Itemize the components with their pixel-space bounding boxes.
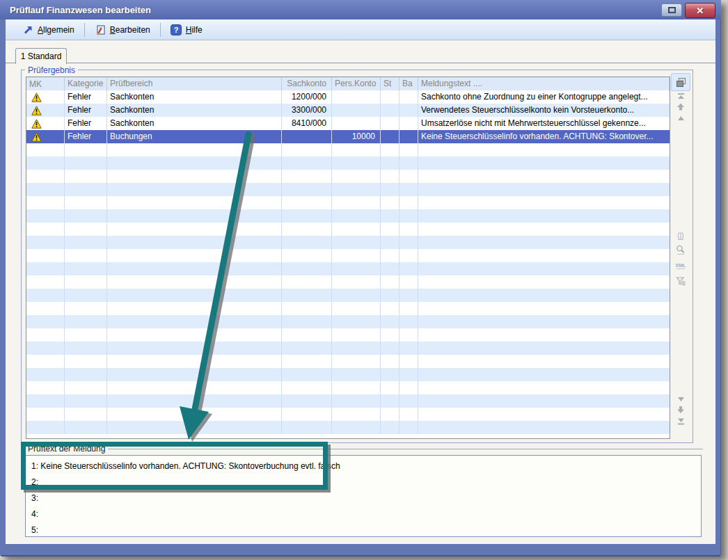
- column-header-ba[interactable]: Ba: [399, 77, 418, 90]
- table-row-empty[interactable]: [26, 342, 670, 355]
- column-header-mk[interactable]: MK: [26, 77, 65, 90]
- cell-meldungstext: Verwendetes Steuerschlüsselkonto kein Vo…: [418, 104, 670, 117]
- table-row-empty[interactable]: [26, 143, 670, 157]
- cell-mk: [26, 355, 65, 368]
- cell-mk: [26, 143, 65, 157]
- table-row-empty[interactable]: [26, 236, 670, 249]
- edit-page-icon: [95, 24, 106, 35]
- toolbar-item-allgemein[interactable]: Allgemein: [17, 22, 80, 38]
- column-header-pruefbereich[interactable]: Prüfbereich: [107, 77, 282, 90]
- cell-ba: [399, 262, 418, 275]
- close-button[interactable]: ✕: [685, 3, 715, 18]
- table-row-empty[interactable]: [26, 289, 670, 302]
- table-row-empty[interactable]: [26, 394, 670, 408]
- tab-standard[interactable]: 1 Standard: [15, 48, 67, 64]
- table-row-empty[interactable]: [26, 328, 670, 342]
- cell-pers_konto: [332, 315, 381, 328]
- column-header-kategorie[interactable]: Kategorie: [65, 77, 107, 90]
- restore-button[interactable]: [661, 3, 682, 17]
- close-icon: ✕: [697, 6, 704, 16]
- cell-pers_konto: [332, 394, 381, 408]
- toolbar-item-hilfe[interactable]: ? Hilfe: [165, 22, 208, 38]
- cell-kategorie: [65, 170, 107, 183]
- cell-sachkonto: 3300/000: [282, 104, 332, 117]
- column-header-perskonto[interactable]: Pers.Konto: [332, 77, 381, 90]
- cell-meldungstext: [418, 302, 670, 315]
- cell-pers_konto: 10000: [332, 130, 381, 143]
- cell-kategorie: [65, 381, 107, 394]
- cell-pruefbereich: [107, 315, 282, 328]
- xml-icon[interactable]: XML: [672, 260, 689, 273]
- cell-pruefbereich: Buchungen: [107, 130, 282, 143]
- cell-pruefbereich: [107, 394, 282, 408]
- table-row-empty[interactable]: [26, 170, 670, 183]
- cell-pers_konto: [332, 381, 381, 394]
- column-header-sachkonto[interactable]: Sachkonto: [282, 77, 332, 90]
- cell-ba: [399, 368, 418, 381]
- table-row-empty[interactable]: [26, 196, 670, 209]
- cell-meldungstext: [418, 183, 670, 196]
- cell-st: [381, 368, 399, 381]
- cell-sachkonto: [282, 421, 332, 434]
- toolbar-item-bearbeiten[interactable]: Bearbeiten: [89, 22, 156, 38]
- cell-ba: [399, 315, 418, 328]
- cell-pruefbereich: [107, 157, 282, 170]
- table-row-empty[interactable]: [26, 183, 670, 196]
- column-header-st[interactable]: St: [381, 77, 399, 90]
- cell-pers_konto: [332, 223, 381, 236]
- cell-st: [381, 236, 399, 249]
- brackets-icon[interactable]: (|): [672, 230, 689, 243]
- table-row[interactable]: FehlerBuchungen10000Keine Steuerschlüsse…: [26, 130, 670, 143]
- cell-pruefbereich: [107, 342, 282, 355]
- cell-pers_konto: [332, 275, 381, 289]
- cell-pers_konto: [332, 117, 381, 130]
- cell-pers_konto: [332, 236, 381, 249]
- table-row[interactable]: FehlerSachkonten8410/000Umsatzerlöse nic…: [26, 117, 670, 130]
- cell-ba: [399, 157, 418, 170]
- cell-meldungstext: [418, 157, 670, 170]
- table-row-empty[interactable]: [26, 381, 670, 394]
- table-row-empty[interactable]: [26, 275, 670, 289]
- cell-st: [381, 302, 399, 315]
- cell-meldungstext: [418, 262, 670, 275]
- message-textbox[interactable]: 1: Keine Steuerschlüsselinfo vorhanden. …: [25, 455, 702, 537]
- table-row-empty[interactable]: [26, 315, 670, 328]
- table-row-empty[interactable]: [26, 262, 670, 275]
- cell-kategorie: [65, 236, 107, 249]
- cell-meldungstext: Keine Steuerschlüsselinfo vorhanden. ACH…: [418, 130, 670, 143]
- table-row[interactable]: FehlerSachkonten3300/000Verwendetes Steu…: [26, 104, 670, 117]
- cell-pers_konto: [332, 355, 381, 368]
- search-icon[interactable]: [672, 243, 689, 256]
- cell-kategorie: [65, 394, 107, 408]
- table-row-empty[interactable]: [26, 355, 670, 368]
- table-row-empty[interactable]: [26, 302, 670, 315]
- titlebar: Prüflauf Finanzwesen bearbeiten: [0, 0, 721, 19]
- filter-icon[interactable]: [672, 275, 689, 287]
- result-grid[interactable]: MK Kategorie Prüfbereich Sachkonto Pers.…: [26, 77, 670, 439]
- table-row-empty[interactable]: [26, 157, 670, 170]
- table-row-empty[interactable]: [26, 421, 670, 434]
- table-row[interactable]: FehlerSachkonten1200/000Sachkonto ohne Z…: [26, 90, 670, 104]
- scroll-to-bottom-icon[interactable]: [672, 415, 689, 427]
- cell-st: [381, 90, 399, 104]
- cell-st: [381, 130, 399, 143]
- toolbar-separator: [84, 23, 85, 37]
- table-row-empty[interactable]: [26, 249, 670, 262]
- cell-sachkonto: [282, 249, 332, 262]
- cell-pruefbereich: Sachkonten: [107, 104, 282, 117]
- cell-pruefbereich: Sachkonten: [107, 117, 282, 130]
- message-line: 2:: [26, 474, 701, 490]
- table-row-empty[interactable]: [26, 209, 670, 223]
- column-header-meldungstext[interactable]: Meldungstext ....: [418, 77, 670, 90]
- table-row-empty[interactable]: [26, 223, 670, 236]
- cell-ba: [399, 302, 418, 315]
- cell-sachkonto: [282, 170, 332, 183]
- table-row-empty[interactable]: [26, 408, 670, 421]
- restore-icon: [668, 7, 676, 13]
- table-row-empty[interactable]: [26, 368, 670, 381]
- cell-st: [381, 355, 399, 368]
- cell-pers_konto: [332, 170, 381, 183]
- scroll-up-icon[interactable]: [672, 112, 689, 125]
- copy-window-icon[interactable]: [672, 76, 689, 88]
- cell-pruefbereich: [107, 275, 282, 289]
